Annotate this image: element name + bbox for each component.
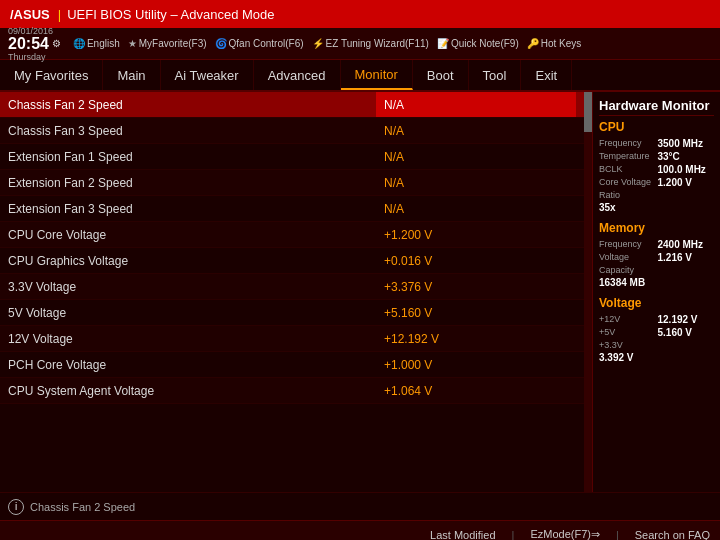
datetime-display: 09/01/2016 20:54 ⚙ Thursday [8,26,61,62]
hw-item-label: Ratio [599,190,714,200]
bios-title: UEFI BIOS Utility – Advanced Mode [67,7,274,22]
hotkeys-shortcut[interactable]: 🔑 Hot Keys [527,38,582,49]
info-icon: i [8,499,24,515]
row-label: Extension Fan 1 Speed [8,150,376,164]
table-row[interactable]: 12V Voltage+12.192 V [0,326,584,352]
qfan-icon: 🌀 [215,38,227,49]
row-value: N/A [376,176,576,190]
table-row[interactable]: Chassis Fan 3 SpeedN/A [0,118,584,144]
hw-item-label: BCLK [599,164,656,175]
row-value: +1.064 V [376,384,576,398]
hw-item-value: 12.192 V [658,314,715,325]
hw-sections: CPUFrequency3500 MHzTemperature33°CBCLK1… [599,120,714,363]
status-info-text: Chassis Fan 2 Speed [30,501,135,513]
qfan-shortcut[interactable]: 🌀 Qfan Control(F6) [215,38,304,49]
hw-item-label: Core Voltage [599,177,656,188]
nav-boot[interactable]: Boot [413,60,469,90]
brand-separator: | [58,7,61,22]
table-row[interactable]: 5V Voltage+5.160 V [0,300,584,326]
divider-2: | [616,529,619,541]
time-display: 20:54 [8,36,49,52]
hw-item-value: 5.160 V [658,327,715,338]
last-modified-label: Last Modified [430,529,495,541]
row-label: CPU System Agent Voltage [8,384,376,398]
row-value: N/A [376,202,576,216]
row-label: 5V Voltage [8,306,376,320]
row-label: CPU Graphics Voltage [8,254,376,268]
hw-section: CPUFrequency3500 MHzTemperature33°CBCLK1… [599,120,714,213]
hotkeys-icon: 🔑 [527,38,539,49]
myfavorite-shortcut[interactable]: ★ MyFavorite(F3) [128,38,207,49]
hw-section-title: Memory [599,221,714,235]
scroll-thumb[interactable] [584,92,592,132]
row-label: Chassis Fan 2 Speed [8,98,376,112]
language-icon: 🌐 [73,38,85,49]
nav-tool[interactable]: Tool [469,60,522,90]
row-value: +1.200 V [376,228,576,242]
quicknote-shortcut[interactable]: 📝 Quick Note(F9) [437,38,519,49]
table-row[interactable]: 3.3V Voltage+3.376 V [0,274,584,300]
hw-item-value: 1.200 V [658,177,715,188]
row-label: Extension Fan 3 Speed [8,202,376,216]
hw-item-label: Temperature [599,151,656,162]
row-label: PCH Core Voltage [8,358,376,372]
quicknote-label: Quick Note(F9) [451,38,519,49]
title-bar: /ASUS | UEFI BIOS Utility – Advanced Mod… [0,0,720,28]
row-value: N/A [376,92,576,117]
nav-ai-tweaker[interactable]: Ai Tweaker [161,60,254,90]
hw-item-label: Frequency [599,239,656,250]
hw-item-value: 2400 MHz [658,239,715,250]
table-row[interactable]: CPU Graphics Voltage+0.016 V [0,248,584,274]
settings-icon[interactable]: ⚙ [52,38,61,49]
settings-table: Chassis Fan 2 SpeedN/AChassis Fan 3 Spee… [0,92,584,492]
table-row[interactable]: Chassis Fan 2 SpeedN/A [0,92,584,118]
hw-item-label: +5V [599,327,656,338]
row-label: CPU Core Voltage [8,228,376,242]
scrollbar[interactable] [584,92,592,492]
hw-item-label: Frequency [599,138,656,149]
hw-item-value: 3.392 V [599,352,714,363]
row-value: +1.000 V [376,358,576,372]
table-row[interactable]: Extension Fan 3 SpeedN/A [0,196,584,222]
nav-monitor[interactable]: Monitor [341,60,413,90]
row-label: Chassis Fan 3 Speed [8,124,376,138]
hw-grid: +12V12.192 V+5V5.160 V+3.3V3.392 V [599,314,714,363]
main-area: Chassis Fan 2 SpeedN/AChassis Fan 3 Spee… [0,92,720,492]
hw-item-value: 1.216 V [658,252,715,263]
hw-item-label: Voltage [599,252,656,263]
table-row[interactable]: Extension Fan 1 SpeedN/A [0,144,584,170]
eztuning-label: EZ Tuning Wizard(F11) [326,38,429,49]
quicknote-icon: 📝 [437,38,449,49]
row-value: N/A [376,150,576,164]
info-bar: 09/01/2016 20:54 ⚙ Thursday 🌐 English ★ … [0,28,720,60]
row-label: Extension Fan 2 Speed [8,176,376,190]
table-row[interactable]: CPU System Agent Voltage+1.064 V [0,378,584,404]
nav-advanced[interactable]: Advanced [254,60,341,90]
nav-my-favorites[interactable]: My Favorites [0,60,103,90]
table-row[interactable]: Extension Fan 2 SpeedN/A [0,170,584,196]
date-display: 09/01/2016 [8,26,61,36]
search-faq-button[interactable]: Search on FAQ [635,529,710,541]
hw-grid: Frequency2400 MHzVoltage1.216 VCapacity1… [599,239,714,288]
hw-section-title: Voltage [599,296,714,310]
language-shortcut[interactable]: 🌐 English [73,38,120,49]
nav-exit[interactable]: Exit [521,60,572,90]
nav-menu: My Favorites Main Ai Tweaker Advanced Mo… [0,60,720,92]
table-row[interactable]: CPU Core Voltage+1.200 V [0,222,584,248]
row-label: 12V Voltage [8,332,376,346]
hw-item-label: +3.3V [599,340,714,350]
hw-section: Voltage+12V12.192 V+5V5.160 V+3.3V3.392 … [599,296,714,363]
language-label: English [87,38,120,49]
nav-main[interactable]: Main [103,60,160,90]
table-row[interactable]: PCH Core Voltage+1.000 V [0,352,584,378]
hw-item-label: +12V [599,314,656,325]
row-value: +12.192 V [376,332,576,346]
hw-item-value: 16384 MB [599,277,714,288]
ez-mode-button[interactable]: EzMode(F7)⇒ [530,528,600,540]
row-label: 3.3V Voltage [8,280,376,294]
status-info-bar: i Chassis Fan 2 Speed [0,492,720,520]
hw-section-title: CPU [599,120,714,134]
divider-1: | [512,529,515,541]
eztuning-shortcut[interactable]: ⚡ EZ Tuning Wizard(F11) [312,38,429,49]
hardware-monitor-title: Hardware Monitor [599,98,714,116]
